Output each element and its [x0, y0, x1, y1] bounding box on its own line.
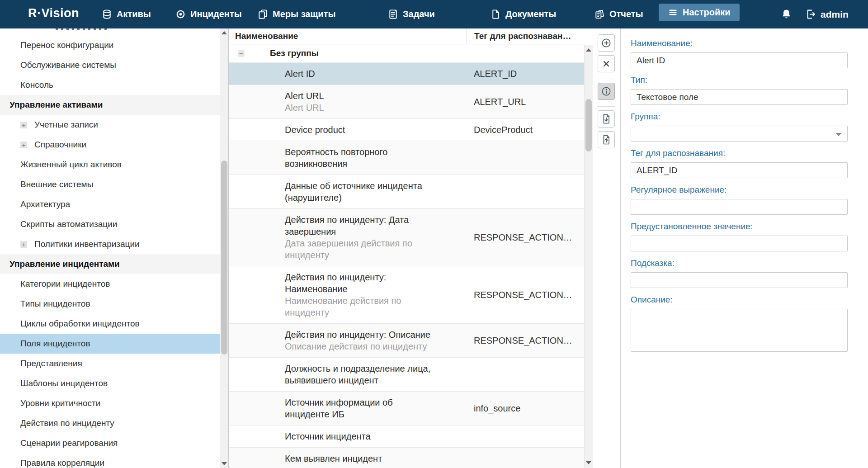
- regex-field[interactable]: [631, 199, 848, 215]
- type-field[interactable]: [631, 89, 848, 105]
- table-row[interactable]: Действия по инциденту: Дата завершенияДа…: [229, 209, 584, 266]
- sidebar-item-17[interactable]: Представления: [0, 354, 220, 373]
- row-title: Alert ID: [285, 68, 439, 80]
- sidebar-scrollbar[interactable]: [220, 28, 228, 468]
- table-scroll-down-icon[interactable]: [585, 459, 592, 466]
- sidebar-item-22[interactable]: Правила корреляции: [0, 453, 220, 468]
- table-row[interactable]: Действия по инциденту: НаименованиеНаиме…: [229, 266, 584, 324]
- sidebar-item-7[interactable]: Жизненный цикл активов: [0, 155, 220, 175]
- import-button[interactable]: [598, 131, 615, 148]
- sidebar-item-6[interactable]: +Справочники: [0, 135, 220, 155]
- sidebar-item-14[interactable]: Типы инцидентов: [0, 294, 220, 314]
- sidebar-item-11[interactable]: +Политики инвентаризации: [0, 234, 220, 254]
- tag-field-label: Тег для распознавания:: [631, 149, 847, 158]
- sidebar-item-19[interactable]: Уровни критичности: [0, 393, 220, 413]
- sidebar-scroll-up-icon[interactable]: [221, 30, 227, 36]
- sidebar-item-15[interactable]: Циклы обработки инцидентов: [0, 314, 220, 334]
- name-field[interactable]: [631, 52, 848, 68]
- sidebar-item-9[interactable]: Архитектура: [0, 194, 220, 214]
- nav-item-label: Документы: [505, 9, 556, 19]
- table-row[interactable]: Должность и подразделение лица, выявивше…: [229, 358, 584, 392]
- sidebar-scroll-thumb[interactable]: [221, 161, 227, 355]
- hint-field[interactable]: [631, 272, 848, 288]
- sidebar-section-4: Управление активами: [0, 95, 220, 115]
- group-select-group: Группа:: [631, 112, 847, 142]
- row-name-cell: Источник инцидента: [229, 425, 467, 447]
- user-logout-button[interactable]: admin: [805, 0, 849, 28]
- row-title: Должность и подразделение лица, выявивше…: [285, 363, 439, 386]
- sidebar-item-label: Управление инцидентами: [9, 259, 120, 269]
- sidebar-item-13[interactable]: Категории инцидентов: [0, 274, 220, 294]
- nav-item-6[interactable]: Отчеты: [594, 0, 643, 28]
- row-name-cell: Источник информации об инциденте ИБ: [229, 392, 467, 425]
- table-row[interactable]: Источник информации об инциденте ИБinfo_…: [229, 392, 584, 425]
- sidebar-scroll-down-icon[interactable]: [221, 460, 227, 467]
- group-row-no-group[interactable]: − Без группы: [229, 44, 584, 63]
- row-tag-cell: RESPONSE_ACTION…: [467, 266, 584, 323]
- notifications-button[interactable]: [780, 0, 793, 28]
- sidebar-item-label: Действия по инциденту: [20, 418, 114, 428]
- nav-item-5[interactable]: Документы: [491, 0, 556, 28]
- column-header-name[interactable]: Наименование: [229, 28, 467, 44]
- group-select[interactable]: [631, 126, 848, 142]
- row-name-cell: Кем выявлен инцидент: [229, 448, 467, 468]
- plus-circle-icon: [601, 38, 612, 48]
- info-button[interactable]: [598, 83, 615, 100]
- add-button[interactable]: [598, 34, 615, 52]
- expand-plus-icon[interactable]: +: [20, 142, 27, 148]
- tag-field[interactable]: [631, 162, 848, 178]
- nav-item-3[interactable]: Меры защиты: [258, 0, 335, 28]
- sidebar-item-5[interactable]: +Учетные записи: [0, 115, 220, 135]
- sidebar-item-2[interactable]: Обслуживание системы: [0, 55, 220, 75]
- delete-button[interactable]: [598, 55, 615, 72]
- table-row[interactable]: Действия по инциденту: ОписаниеОписание …: [229, 324, 584, 358]
- table-scroll-thumb[interactable]: [585, 99, 592, 151]
- sidebar-item-8[interactable]: Внешние системы: [0, 175, 220, 194]
- sidebar-item-label: Типы инцидентов: [20, 299, 90, 309]
- sidebar-item-label: Обслуживание системы: [20, 60, 116, 70]
- table-row[interactable]: Источник инцидента: [229, 425, 584, 448]
- type-field-label: Тип:: [631, 76, 847, 85]
- collapse-group-icon[interactable]: −: [238, 50, 245, 57]
- sidebar-item-20[interactable]: Действия по инциденту: [0, 413, 220, 433]
- sidebar-item-label: Сценарии реагирования: [20, 438, 118, 448]
- nav-item-label: Отчеты: [609, 9, 643, 19]
- row-title: Кем выявлен инцидент: [285, 453, 439, 464]
- clipped-text-fragment: [56, 28, 108, 30]
- table-row[interactable]: Alert IDALERT_ID: [229, 63, 584, 85]
- sidebar-item-10[interactable]: Скрипты автоматизации: [0, 214, 220, 234]
- sidebar-item-21[interactable]: Сценарии реагирования: [0, 433, 220, 453]
- table-row[interactable]: Кем выявлен инцидент: [229, 448, 584, 468]
- expand-plus-icon[interactable]: +: [20, 241, 27, 248]
- table-row[interactable]: Вероятность повторного возникновения: [229, 141, 584, 175]
- row-tag-cell: ALERT_ID: [467, 63, 584, 85]
- default-value-field[interactable]: [631, 236, 848, 251]
- row-title: Device product: [285, 124, 439, 136]
- row-name-cell: Действия по инциденту: Дата завершенияДа…: [229, 209, 467, 266]
- table-header: Наименование Тег для распознаван…: [229, 28, 584, 44]
- nav-item-2[interactable]: Инциденты: [175, 0, 242, 28]
- nav-item-1[interactable]: Активы: [102, 0, 151, 28]
- table-row[interactable]: Данные об источнике инцидента (нарушител…: [229, 175, 584, 209]
- table-row[interactable]: Device productDeviceProduct: [229, 119, 584, 141]
- nav-item-4[interactable]: Задачи: [388, 0, 435, 28]
- sidebar-item-1[interactable]: Перенос конфигурации: [0, 35, 220, 55]
- export-button[interactable]: [598, 110, 615, 128]
- nav-item-label: Настройки: [683, 7, 731, 18]
- regex-field-label: Регулярное выражение:: [631, 185, 847, 194]
- column-header-tag[interactable]: Тег для распознаван…: [467, 28, 584, 44]
- chevron-down-icon[interactable]: [835, 133, 842, 136]
- nav-item-7[interactable]: Настройки: [659, 4, 740, 21]
- regex-field-group: Регулярное выражение:: [631, 185, 847, 215]
- table-row[interactable]: Alert URLAlert URLALERT_URL: [229, 85, 584, 119]
- incident-fields-table: Наименование Тег для распознаван… − Без …: [228, 28, 584, 468]
- sidebar-item-16[interactable]: Поля инцидентов: [0, 334, 220, 354]
- target-icon: [175, 9, 186, 19]
- table-scroll-up-icon[interactable]: [585, 47, 592, 53]
- table-scrollbar[interactable]: [584, 45, 593, 468]
- sidebar-item-18[interactable]: Шаблоны инцидентов: [0, 373, 220, 393]
- description-field[interactable]: [631, 309, 848, 352]
- sidebar-item-label: Архитектура: [20, 199, 70, 209]
- expand-plus-icon[interactable]: +: [20, 122, 27, 128]
- sidebar-item-3[interactable]: Консоль: [0, 75, 220, 95]
